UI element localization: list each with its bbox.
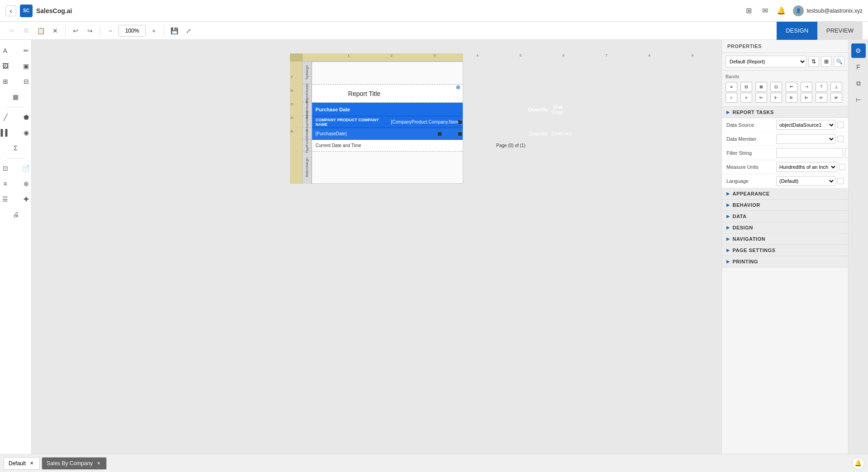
tab-default[interactable]: Default ✕	[4, 457, 40, 470]
list-tool-icon[interactable]: ≡	[0, 176, 15, 191]
layers-icon[interactable]: ⧉	[851, 76, 866, 91]
back-button[interactable]: ‹	[5, 5, 16, 16]
report-tasks-section-header[interactable]: ▶ REPORT TASKS	[722, 107, 848, 118]
selected-item-select[interactable]: Default (Report)	[726, 56, 806, 67]
band-btn-13[interactable]: ⊪	[786, 93, 797, 103]
filter-string-input[interactable]	[776, 148, 843, 158]
sidebar-row-7: Σ	[6, 141, 26, 155]
band-btn-12[interactable]: ⊩	[770, 93, 782, 103]
mail-icon[interactable]: ✉	[760, 6, 769, 15]
copy-button[interactable]: ⧉	[20, 24, 33, 37]
sigma-tool-icon[interactable]: Σ	[6, 141, 26, 155]
delete-button[interactable]: ✕	[49, 24, 62, 37]
left-sidebar: A ✏ 🖼 ▣ ⊞ ⊟ ▦ ╱ ⬟ ▌▌ ◉ Σ ⊡ 📄	[0, 40, 32, 454]
language-value: (Default)	[776, 176, 844, 186]
grid-view-icon[interactable]: ⊞	[744, 6, 753, 15]
chart-tool-icon[interactable]: ▦	[6, 90, 26, 104]
drag-handle-detail-1[interactable]	[438, 132, 441, 136]
bottom-notification-btn[interactable]: 🔔	[852, 457, 864, 470]
tab-sales-close[interactable]: ✕	[95, 460, 102, 467]
top-bar: ‹ SC SalesCog.ai ⊞ ✉ 🔔 👤 testsub@alastro…	[0, 0, 868, 22]
data-source-checkbox[interactable]	[837, 122, 844, 128]
cut-button[interactable]: ✂	[5, 24, 18, 37]
band-btn-7[interactable]: ⊤	[816, 82, 827, 92]
data-member-select[interactable]	[776, 134, 835, 144]
image-tool-icon[interactable]: 🖼	[0, 59, 15, 73]
search-properties-btn[interactable]: 🔍	[834, 56, 844, 67]
data-member-label: Data Member	[726, 136, 776, 142]
behavior-section-header[interactable]: ▶ BEHAVIOR	[722, 200, 848, 211]
band-btn-8[interactable]: ⊥	[830, 82, 842, 92]
settings-icon[interactable]: ⚙	[851, 43, 866, 58]
ruler-top: 1 2 3 4 5 6 7 8 9	[303, 53, 464, 62]
measure-units-row: Measure Units Hundredths of an Inch	[722, 160, 848, 174]
print-tool-icon[interactable]: 🖨	[6, 207, 26, 222]
band-btn-9[interactable]: ⊦	[726, 93, 737, 103]
toolbar-divider-1	[65, 25, 66, 36]
barcode-tool-icon[interactable]: ▌▌	[0, 125, 15, 140]
component-tool-icon[interactable]: ⊡	[0, 161, 15, 176]
top-bar-left: ‹ SC SalesCog.ai	[5, 5, 72, 17]
bands-grid: ≡ ⊟ ⊠ ⊡ ⊢ ⊣ ⊤ ⊥ ⊦ ⊧ ⊨ ⊩ ⊪ ⊫ ⊬ ⊭	[726, 82, 844, 103]
language-checkbox[interactable]	[837, 178, 844, 184]
preview-tab[interactable]: PREVIEW	[817, 22, 863, 40]
band-btn-16[interactable]: ⊭	[830, 93, 842, 103]
zoom-in-button[interactable]: +	[147, 24, 160, 37]
table-tool-icon[interactable]: ⊞	[0, 74, 15, 89]
tab-default-close[interactable]: ✕	[28, 460, 35, 467]
measure-units-select[interactable]: Hundredths of an Inch	[776, 162, 837, 172]
col-header-1: Purchase Date	[312, 107, 439, 112]
navigation-section-header[interactable]: ▶ NAVIGATION	[722, 234, 848, 245]
properties-top-controls: Default (Report) ⇅ ⊞ 🔍	[722, 53, 848, 71]
data-member-checkbox[interactable]	[837, 136, 844, 142]
band-btn-10[interactable]: ⊧	[740, 93, 752, 103]
page-footer-band: Current Date and Time Page (0) of (1)	[312, 140, 463, 152]
page-settings-arrow-icon: ▶	[726, 248, 730, 253]
appearance-section-header[interactable]: ▶ APPEARANCE	[722, 188, 848, 200]
fullscreen-button[interactable]: ⤢	[182, 24, 195, 37]
col-header-2: Quantity	[439, 107, 552, 112]
tab-sales-by-company[interactable]: Sales By Company ✕	[42, 457, 107, 470]
font-icon[interactable]: F	[851, 60, 866, 74]
sidebar-row-4: ▦	[6, 90, 26, 104]
drag-handle-detail-2[interactable]	[458, 132, 462, 136]
band-btn-1[interactable]: ≡	[726, 82, 737, 92]
band-label-bottommargin: BottomMargin	[303, 151, 311, 184]
bands-label: Bands	[726, 74, 844, 79]
save-button[interactable]: 💾	[168, 24, 180, 37]
measure-units-checkbox[interactable]	[839, 164, 845, 170]
band-btn-2[interactable]: ⊟	[740, 82, 752, 92]
sort-properties-btn[interactable]: ⇅	[808, 56, 819, 67]
band-btn-11[interactable]: ⊨	[755, 93, 767, 103]
text-tool-icon[interactable]: A	[0, 43, 15, 58]
language-select[interactable]: (Default)	[776, 176, 835, 186]
view-toggle-btn[interactable]: ⊞	[821, 56, 832, 67]
band-btn-3[interactable]: ⊠	[755, 82, 767, 92]
page-settings-section-header[interactable]: ▶ PAGE SETTINGS	[722, 245, 848, 256]
design-tab[interactable]: DESIGN	[777, 22, 817, 40]
band-btn-14[interactable]: ⊫	[801, 93, 812, 103]
hierarchy-icon[interactable]: ⊢	[851, 92, 866, 107]
bottom-margin-band	[312, 152, 463, 183]
rows-tool-icon[interactable]: ☰	[0, 192, 15, 206]
band-btn-6[interactable]: ⊣	[801, 82, 812, 92]
zoom-input[interactable]	[119, 25, 146, 37]
language-row: Language (Default)	[722, 174, 848, 188]
zoom-out-button[interactable]: −	[104, 24, 117, 37]
design-section-header[interactable]: ▶ DESIGN	[722, 222, 848, 234]
band-btn-4[interactable]: ⊡	[770, 82, 782, 92]
drag-handle-group[interactable]	[458, 120, 462, 124]
bell-icon[interactable]: 🔔	[777, 6, 786, 15]
paste-button[interactable]: 📋	[34, 24, 47, 37]
band-btn-5[interactable]: ⊢	[786, 82, 797, 92]
printing-section-header[interactable]: ▶ PRINTING	[722, 256, 848, 267]
data-section-header[interactable]: ▶ DATA	[722, 211, 848, 222]
top-margin-band	[312, 62, 463, 85]
undo-button[interactable]: ↩	[69, 24, 82, 37]
redo-button[interactable]: ↪	[84, 24, 96, 37]
band-btn-15[interactable]: ⊬	[816, 93, 827, 103]
freeze-icon[interactable]: ❄	[455, 84, 461, 91]
line-tool-icon[interactable]: ╱	[0, 110, 15, 124]
filter-string-ellipsis-btn[interactable]: …	[845, 148, 848, 158]
data-source-select[interactable]: objectDataSource1	[776, 120, 835, 130]
